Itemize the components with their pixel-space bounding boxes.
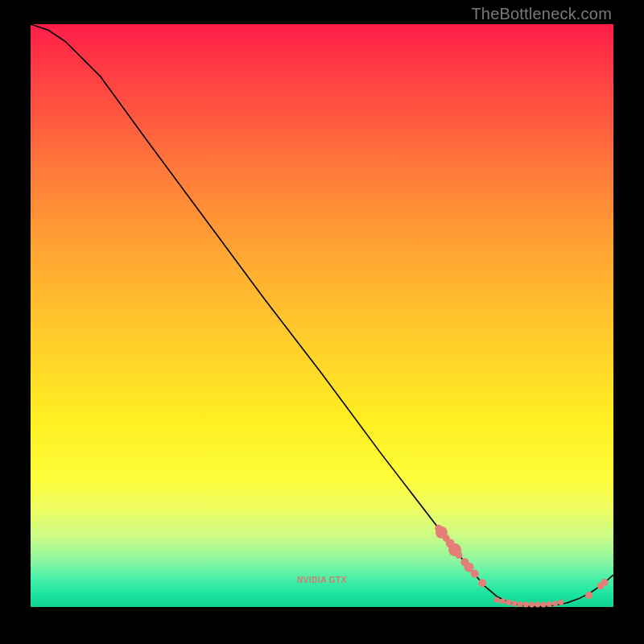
curve-line (31, 24, 613, 606)
chart-svg (31, 24, 613, 607)
data-point (494, 597, 500, 603)
data-point (518, 601, 523, 607)
data-point (506, 600, 511, 605)
plot-area: NVIDIA GTX (31, 24, 613, 607)
data-point (471, 570, 479, 578)
data-point (511, 601, 517, 606)
chart-frame: TheBottleneck.com NVIDIA GTX (0, 0, 644, 644)
data-point (552, 601, 558, 606)
data-point (541, 602, 547, 608)
data-point (456, 551, 463, 559)
marker-points (435, 525, 608, 608)
data-point (601, 579, 609, 586)
data-point (529, 602, 535, 608)
data-point (547, 601, 552, 607)
data-point (535, 602, 540, 608)
curve-path (31, 24, 613, 606)
data-point (558, 600, 564, 605)
data-point (478, 579, 486, 587)
data-point (523, 602, 529, 608)
data-point (500, 598, 506, 604)
watermark-text: TheBottleneck.com (471, 5, 612, 23)
data-point (585, 592, 592, 599)
series-bottom-label: NVIDIA GTX (297, 576, 347, 584)
